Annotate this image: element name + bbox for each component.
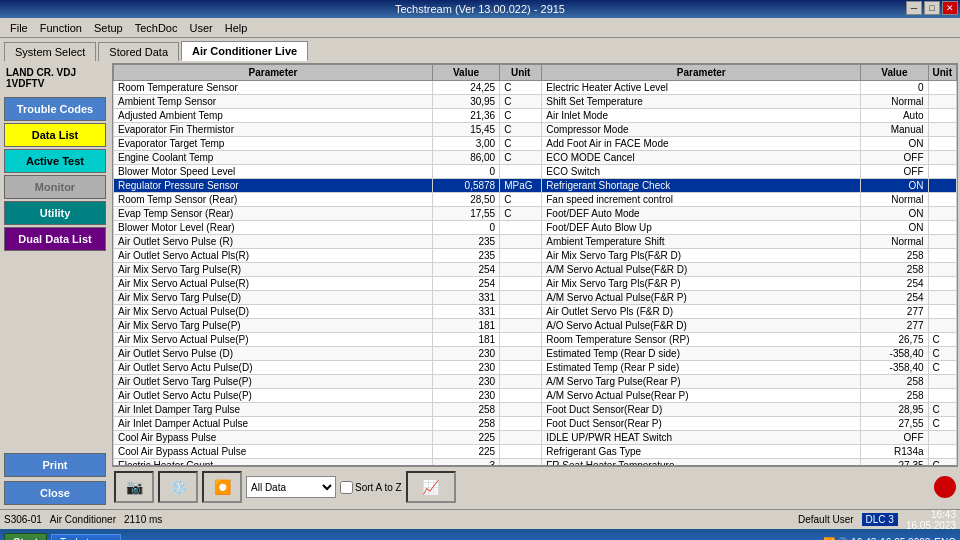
cell-value-left: 17,55 — [432, 207, 499, 221]
taskbar-time: 16:43 — [851, 537, 876, 541]
table-row[interactable]: Air Mix Servo Actual Pulse(D) 331 Air Ou… — [114, 305, 957, 319]
table-row[interactable]: Room Temp Sensor (Rear) 28,50 C Fan spee… — [114, 193, 957, 207]
cell-unit-left — [500, 347, 542, 361]
cell-value-left: 331 — [432, 305, 499, 319]
snapshot-icon-button[interactable]: 📷 — [114, 471, 154, 503]
minimize-button[interactable]: ─ — [906, 1, 922, 15]
table-row[interactable]: Air Mix Servo Targ Pulse(R) 254 A/M Serv… — [114, 263, 957, 277]
record-stop-button[interactable] — [934, 476, 956, 498]
utility-button[interactable]: Utility — [4, 201, 106, 225]
tab-system-select[interactable]: System Select — [4, 42, 96, 61]
filter-dropdown[interactable]: All Data Custom — [246, 476, 336, 498]
cell-param-right: Fan speed increment control — [542, 193, 861, 207]
table-row[interactable]: Regulator Pressure Sensor 0,5878 MPaG Re… — [114, 179, 957, 193]
table-row[interactable]: Air Mix Servo Targ Pulse(D) 331 A/M Serv… — [114, 291, 957, 305]
table-row[interactable]: Engine Coolant Temp 86,00 C ECO MODE Can… — [114, 151, 957, 165]
table-row[interactable]: Air Mix Servo Actual Pulse(R) 254 Air Mi… — [114, 277, 957, 291]
cell-value-right: 258 — [861, 389, 928, 403]
menu-file[interactable]: File — [4, 20, 34, 36]
table-row[interactable]: Air Inlet Damper Targ Pulse 258 Foot Duc… — [114, 403, 957, 417]
cell-unit-right — [928, 319, 956, 333]
cell-unit-left — [500, 291, 542, 305]
table-row[interactable]: Air Outlet Servo Actu Pulse(D) 230 Estim… — [114, 361, 957, 375]
table-row[interactable]: Air Inlet Damper Actual Pulse 258 Foot D… — [114, 417, 957, 431]
tab-air-conditioner-live[interactable]: Air Conditioner Live — [181, 41, 308, 61]
sort-checkbox[interactable] — [340, 481, 353, 494]
sort-checkbox-label: Sort A to Z — [340, 481, 402, 494]
title-bar: Techstream (Ver 13.00.022) - 2915 ─ □ ✕ — [0, 0, 960, 18]
cell-unit-left — [500, 165, 542, 179]
cell-param-left: Air Outlet Servo Actu Pulse(D) — [114, 361, 433, 375]
cell-value-left: 24,25 — [432, 81, 499, 95]
trouble-codes-button[interactable]: Trouble Codes — [4, 97, 106, 121]
table-row[interactable]: Evaporator Target Temp 3,00 C Add Foot A… — [114, 137, 957, 151]
table-row[interactable]: Air Outlet Servo Targ Pulse(P) 230 A/M S… — [114, 375, 957, 389]
print-button[interactable]: Print — [4, 453, 106, 477]
taskbar-techstream[interactable]: Techstream — [51, 534, 121, 541]
cell-value-left: 331 — [432, 291, 499, 305]
cell-unit-left: C — [500, 207, 542, 221]
table-row[interactable]: Air Mix Servo Actual Pulse(P) 181 Room T… — [114, 333, 957, 347]
cell-unit-left — [500, 333, 542, 347]
system-status: Air Conditioner — [50, 514, 116, 525]
cell-unit-left — [500, 375, 542, 389]
table-row[interactable]: Electric Heater Count 3 FR Seat Heater T… — [114, 459, 957, 467]
graph-icon-button[interactable]: 📈 — [406, 471, 456, 503]
cell-unit-left — [500, 389, 542, 403]
active-test-button[interactable]: Active Test — [4, 149, 106, 173]
col-header-value-right: Value — [861, 65, 928, 81]
cell-param-left: Evaporator Target Temp — [114, 137, 433, 151]
table-row[interactable]: Air Mix Servo Targ Pulse(P) 181 A/O Serv… — [114, 319, 957, 333]
menu-user[interactable]: User — [183, 20, 218, 36]
time-status: 2110 ms — [124, 514, 162, 525]
table-row[interactable]: Ambient Temp Sensor 30,95 C Shift Set Te… — [114, 95, 957, 109]
table-row[interactable]: Blower Motor Level (Rear) 0 Foot/DEF Aut… — [114, 221, 957, 235]
table-row[interactable]: Adjusted Ambient Temp 21,36 C Air Inlet … — [114, 109, 957, 123]
col-header-value-left: Value — [432, 65, 499, 81]
menu-function[interactable]: Function — [34, 20, 88, 36]
start-button[interactable]: Start — [4, 533, 47, 540]
table-row[interactable]: Air Outlet Servo Actual Pls(R) 235 Air M… — [114, 249, 957, 263]
close-button[interactable]: ✕ — [942, 1, 958, 15]
dual-data-list-button[interactable]: Dual Data List — [4, 227, 106, 251]
cell-unit-left: C — [500, 123, 542, 137]
cell-param-left: Air Mix Servo Actual Pulse(R) — [114, 277, 433, 291]
table-row[interactable]: Blower Motor Speed Level 0 ECO Switch OF… — [114, 165, 957, 179]
cell-value-left: 225 — [432, 445, 499, 459]
table-row[interactable]: Air Outlet Servo Pulse (R) 235 Ambient T… — [114, 235, 957, 249]
table-row[interactable]: Air Outlet Servo Actu Pulse(P) 230 A/M S… — [114, 389, 957, 403]
cell-unit-right — [928, 123, 956, 137]
window-title: Techstream (Ver 13.00.022) - 2915 — [395, 3, 565, 15]
table-row[interactable]: Air Outlet Servo Pulse (D) 230 Estimated… — [114, 347, 957, 361]
table-row[interactable]: Evap Temp Sensor (Rear) 17,55 C Foot/DEF… — [114, 207, 957, 221]
cell-unit-left — [500, 361, 542, 375]
monitor-button[interactable]: Monitor — [4, 175, 106, 199]
taskbar-icons: 📶🔊 — [823, 537, 847, 541]
table-row[interactable]: Evaporator Fin Thermistor 15,45 C Compre… — [114, 123, 957, 137]
freeze-frame-icon-button[interactable]: ❄️ — [158, 471, 198, 503]
cell-unit-right — [928, 291, 956, 305]
tab-stored-data[interactable]: Stored Data — [98, 42, 179, 61]
data-area: Parameter Value Unit Parameter Value Uni… — [110, 61, 960, 509]
table-row[interactable]: Cool Air Bypass Actual Pulse 225 Refrige… — [114, 445, 957, 459]
cell-value-left: 254 — [432, 277, 499, 291]
cell-value-left: 181 — [432, 333, 499, 347]
menu-setup[interactable]: Setup — [88, 20, 129, 36]
close-system-button[interactable]: Close — [4, 481, 106, 505]
cell-param-right: A/M Servo Targ Pulse(Rear P) — [542, 375, 861, 389]
table-row[interactable]: Room Temperature Sensor 24,25 C Electric… — [114, 81, 957, 95]
cell-unit-right — [928, 305, 956, 319]
cell-value-left: 3,00 — [432, 137, 499, 151]
menu-help[interactable]: Help — [219, 20, 254, 36]
cell-param-right: Air Mix Servo Targ Pls(F&R P) — [542, 277, 861, 291]
maximize-button[interactable]: □ — [924, 1, 940, 15]
record-icon-button[interactable]: ⏺️ — [202, 471, 242, 503]
menu-techdoc[interactable]: TechDoc — [129, 20, 184, 36]
cell-param-left: Air Outlet Servo Pulse (R) — [114, 235, 433, 249]
cell-param-left: Air Outlet Servo Actu Pulse(P) — [114, 389, 433, 403]
data-table-container[interactable]: Parameter Value Unit Parameter Value Uni… — [112, 63, 958, 466]
cell-value-right: 277 — [861, 319, 928, 333]
data-list-button[interactable]: Data List — [4, 123, 106, 147]
table-row[interactable]: Cool Air Bypass Pulse 225 IDLE UP/PWR HE… — [114, 431, 957, 445]
cell-param-left: Engine Coolant Temp — [114, 151, 433, 165]
